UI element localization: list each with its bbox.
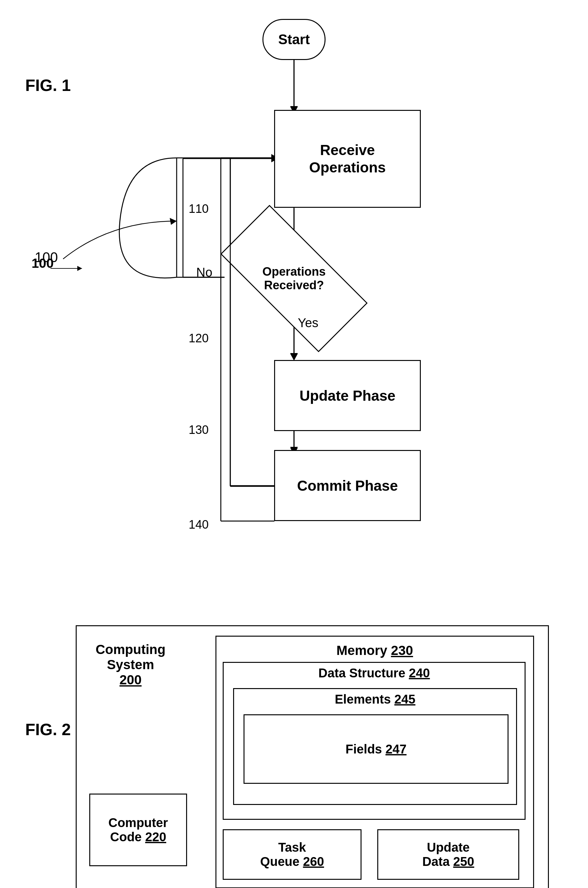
computer-code-box: Computer Code 220 <box>89 793 187 866</box>
ref-130: 130 <box>189 423 208 437</box>
fig1-container: FIG. 1 100 <box>0 0 588 569</box>
commit-phase-box: Commit Phase <box>274 450 421 521</box>
fig2-container: FIG. 2 Computing System 200 Computer Cod… <box>0 594 588 888</box>
svg-marker-34 <box>170 218 177 225</box>
update-data-box: Update Data 250 <box>377 829 519 880</box>
fig1-label: FIG. 1 <box>25 76 70 95</box>
ref-100-label: 100 <box>32 259 94 279</box>
task-queue-box: Task Queue 260 <box>223 829 362 880</box>
fields-box: Fields 247 <box>243 714 508 784</box>
update-phase-box: Update Phase <box>274 360 421 431</box>
separator <box>0 569 588 594</box>
data-structure-box: Data Structure 240 Elements 245 Fields 2… <box>223 662 525 820</box>
fig2-label: FIG. 2 <box>25 720 70 739</box>
svg-marker-21 <box>290 353 298 360</box>
no-label: No <box>196 265 212 280</box>
svg-marker-31 <box>77 266 82 271</box>
ref-110: 110 <box>189 202 208 216</box>
start-node: Start <box>262 19 326 60</box>
ref-140: 140 <box>189 518 208 531</box>
memory-box: Memory 230 Data Structure 240 Elements 2… <box>216 636 534 888</box>
svg-marker-5 <box>290 354 298 361</box>
operations-received-diamond: Operations Received? <box>225 244 363 313</box>
receive-operations-box: Receive Operations <box>274 110 421 208</box>
elements-box: Elements 245 Fields 247 <box>233 688 517 805</box>
yes-label: Yes <box>298 316 318 330</box>
computing-system-label: Computing System 200 <box>96 642 166 688</box>
computing-system-box: Computing System 200 Computer Code 220 M… <box>76 625 549 888</box>
ref-120: 120 <box>189 331 208 345</box>
